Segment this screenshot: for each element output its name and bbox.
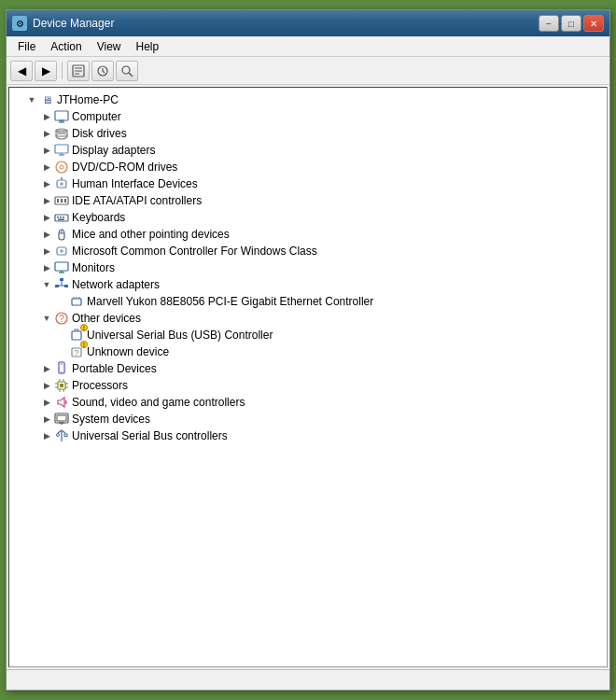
hid-toggle[interactable]: ▶ <box>39 176 54 191</box>
system-toggle[interactable]: ▶ <box>39 412 54 427</box>
scan-button[interactable] <box>116 61 138 81</box>
usb-icon <box>54 428 69 443</box>
ide-label: IDE ATA/ATAPI controllers <box>72 194 202 207</box>
tree-item-ethernet[interactable]: Marvell Yukon 88E8056 PCI-E Gigabit Ethe… <box>9 293 607 310</box>
update-driver-button[interactable] <box>91 61 114 81</box>
mouse-toggle[interactable]: ▶ <box>39 227 54 242</box>
tree-item-processor[interactable]: ▶ Processors <box>9 377 607 394</box>
tree-item-usb-controller[interactable]: ! Universal Serial Bus (USB) Controller <box>9 327 607 343</box>
window-icon: ⚙ <box>12 16 27 31</box>
computer-label: Computer <box>72 110 121 123</box>
unknown-device-label: Unknown device <box>87 345 169 358</box>
device-tree[interactable]: ▼ 🖥 JTHome-PC ▶ Computer ▶ Disk drives <box>8 87 608 667</box>
menu-help[interactable]: Help <box>129 38 167 55</box>
keyboard-toggle[interactable]: ▶ <box>39 210 54 225</box>
svg-rect-26 <box>61 199 63 203</box>
minimize-button[interactable]: − <box>539 15 559 32</box>
properties-button[interactable] <box>67 61 90 81</box>
svg-rect-32 <box>58 219 64 221</box>
keyboard-label: Keyboards <box>72 211 125 224</box>
toolbar-separator <box>62 63 63 79</box>
svg-rect-47 <box>72 299 81 305</box>
tree-item-keyboard[interactable]: ▶ Keyboards <box>9 209 607 226</box>
dvd-toggle[interactable]: ▶ <box>39 160 54 175</box>
svg-rect-53 <box>72 331 81 340</box>
disk-icon <box>54 126 69 141</box>
processor-toggle[interactable]: ▶ <box>39 378 54 393</box>
display-toggle[interactable]: ▶ <box>39 143 54 158</box>
mouse-label: Mice and other pointing devices <box>72 228 230 241</box>
tree-root[interactable]: ▼ 🖥 JTHome-PC <box>9 91 607 108</box>
sound-toggle[interactable]: ▶ <box>39 395 54 410</box>
controller-toggle[interactable]: ▶ <box>39 244 54 259</box>
tree-item-portable[interactable]: ▶ Portable Devices <box>9 360 607 377</box>
title-bar: ⚙ Device Manager − □ ✕ <box>7 10 609 36</box>
processor-icon <box>54 378 69 393</box>
tree-item-network[interactable]: ▼ Network adapters <box>9 276 607 293</box>
back-button[interactable]: ◀ <box>10 61 33 81</box>
portable-icon <box>54 361 69 376</box>
tree-item-mouse[interactable]: ▶ Mice and other pointing devices <box>9 226 607 243</box>
ethernet-label: Marvell Yukon 88E8056 PCI-E Gigabit Ethe… <box>87 295 373 308</box>
tree-item-hid[interactable]: ▶ Human Interface Devices <box>9 175 607 192</box>
ide-toggle[interactable]: ▶ <box>39 193 54 208</box>
hid-icon <box>54 176 69 191</box>
tree-item-system[interactable]: ▶ System devices <box>9 411 607 427</box>
tree-item-disk[interactable]: ▶ Disk drives <box>9 125 607 142</box>
tree-item-monitor[interactable]: ▶ Monitors <box>9 259 607 276</box>
menu-file[interactable]: File <box>10 38 43 55</box>
svg-rect-63 <box>60 384 63 387</box>
svg-rect-30 <box>60 217 62 218</box>
display-label: Display adapters <box>72 144 155 157</box>
network-toggle[interactable]: ▼ <box>39 277 54 292</box>
device-manager-window: ⚙ Device Manager − □ ✕ File Action View … <box>6 9 610 691</box>
tree-item-dvd[interactable]: ▶ DVD/CD-ROM drives <box>9 159 607 175</box>
monitor-label: Monitors <box>72 261 115 274</box>
ide-icon <box>54 193 69 208</box>
window-title: Device Manager <box>33 17 114 30</box>
tree-item-other[interactable]: ▼ ? Other devices <box>9 310 607 327</box>
usb-controller-label: Universal Serial Bus (USB) Controller <box>87 329 273 342</box>
sound-label: Sound, video and game controllers <box>72 396 245 409</box>
system-icon <box>54 412 69 427</box>
tree-item-sound[interactable]: ▶ Sound, video and game controllers <box>9 394 607 411</box>
svg-point-17 <box>56 161 67 173</box>
svg-text:?: ? <box>59 314 64 324</box>
close-button[interactable]: ✕ <box>583 15 604 32</box>
tree-item-ide[interactable]: ▶ IDE ATA/ATAPI controllers <box>9 192 607 209</box>
other-toggle[interactable]: ▼ <box>39 311 54 326</box>
sound-icon <box>54 395 69 410</box>
title-buttons: − □ ✕ <box>539 15 604 32</box>
ethernet-icon <box>69 294 84 309</box>
controller-label: Microsoft Common Controller For Windows … <box>72 245 317 258</box>
keyboard-icon <box>54 210 69 225</box>
dvd-label: DVD/CD-ROM drives <box>72 161 177 174</box>
svg-rect-27 <box>64 199 66 203</box>
controller-icon <box>54 244 69 259</box>
portable-toggle[interactable]: ▶ <box>39 361 54 376</box>
usb-toggle[interactable]: ▶ <box>39 428 54 443</box>
tree-item-unknown[interactable]: ? ! Unknown device <box>9 343 607 360</box>
tree-item-display[interactable]: ▶ Display adapters <box>9 142 607 159</box>
svg-rect-29 <box>57 217 59 218</box>
dvd-icon <box>54 160 69 175</box>
menu-action[interactable]: Action <box>43 38 89 55</box>
computer-toggle[interactable]: ▶ <box>39 109 54 124</box>
svg-rect-14 <box>55 145 68 153</box>
hid-label: Human Interface Devices <box>72 177 198 190</box>
menu-view[interactable]: View <box>90 38 129 55</box>
network-label: Network adapters <box>72 278 160 291</box>
mouse-icon <box>54 227 69 242</box>
monitor-toggle[interactable]: ▶ <box>39 260 54 275</box>
root-toggle[interactable]: ▼ <box>24 92 39 107</box>
tree-item-computer[interactable]: ▶ Computer <box>9 108 607 125</box>
maximize-button[interactable]: □ <box>561 15 581 32</box>
forward-button[interactable]: ▶ <box>35 61 57 81</box>
disk-toggle[interactable]: ▶ <box>39 126 54 141</box>
disk-label: Disk drives <box>72 127 127 140</box>
svg-rect-7 <box>55 111 68 120</box>
properties-icon <box>72 64 85 77</box>
portable-label: Portable Devices <box>72 362 157 375</box>
tree-item-controller[interactable]: ▶ Microsoft Common Controller For Window… <box>9 243 607 259</box>
tree-item-usb-controllers[interactable]: ▶ Universal Serial Bus controllers <box>9 427 607 444</box>
